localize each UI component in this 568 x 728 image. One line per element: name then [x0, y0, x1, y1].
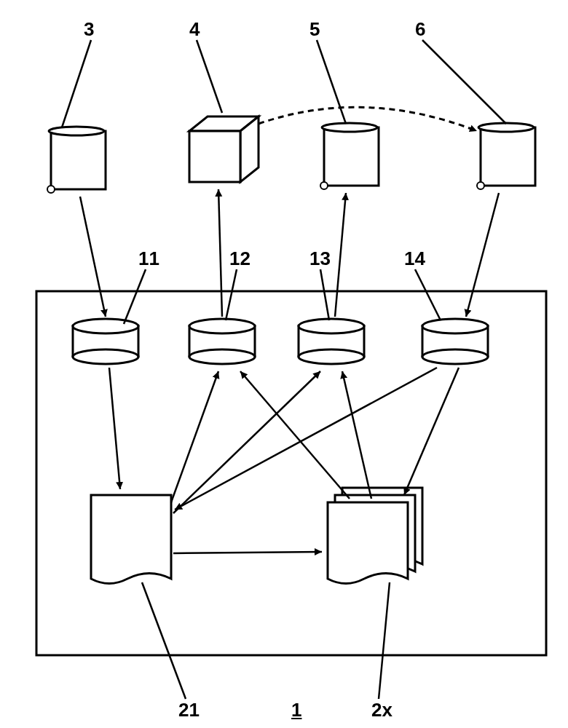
- svg-point-15: [189, 319, 255, 333]
- pointer-21: [142, 582, 186, 699]
- pointer-14: [415, 269, 441, 320]
- process-2x: [328, 488, 422, 584]
- flow-21-2x: [173, 552, 322, 553]
- svg-point-14: [189, 349, 255, 364]
- flow-13-5: [335, 193, 346, 317]
- flow-12-4: [218, 189, 222, 317]
- flow-14-2x: [404, 368, 459, 495]
- svg-point-1: [49, 127, 104, 135]
- svg-rect-4: [324, 127, 379, 186]
- svg-point-11: [73, 349, 138, 364]
- label-5: 5: [309, 18, 320, 41]
- flow-3-11: [80, 197, 106, 317]
- pointer-2x: [379, 582, 390, 699]
- label-21: 21: [178, 699, 200, 721]
- diagram-container: 3 4 5 6 11 12 13 14 21 1 2x: [0, 0, 568, 728]
- label-12: 12: [229, 248, 251, 270]
- pointer-12: [226, 269, 237, 320]
- pointer-4: [197, 40, 222, 113]
- store-14: [422, 319, 488, 364]
- pointer-3: [62, 40, 91, 127]
- node-6: [477, 123, 535, 189]
- svg-point-9: [477, 182, 484, 189]
- store-13: [299, 319, 364, 364]
- pointer-5: [317, 40, 346, 124]
- svg-point-12: [73, 319, 138, 333]
- label-13: 13: [309, 248, 331, 270]
- label-3: 3: [84, 18, 94, 41]
- process-21: [91, 495, 171, 584]
- flow-2x-13: [342, 371, 371, 499]
- svg-point-18: [299, 319, 364, 333]
- flow-21-12: [171, 371, 218, 502]
- store-12: [189, 319, 255, 364]
- svg-point-8: [478, 123, 534, 132]
- svg-rect-7: [481, 127, 535, 186]
- pointer-11: [124, 269, 146, 324]
- svg-point-2: [47, 186, 55, 193]
- svg-point-20: [422, 349, 488, 364]
- svg-point-21: [422, 319, 488, 333]
- store-11: [73, 319, 138, 364]
- label-2x: 2x: [371, 699, 393, 721]
- label-6: 6: [415, 18, 425, 41]
- flow-6-14: [466, 193, 499, 317]
- pointer-13: [320, 269, 329, 320]
- svg-rect-0: [51, 131, 106, 189]
- svg-point-6: [320, 182, 328, 189]
- label-1: 1: [291, 699, 301, 721]
- flow-11-21: [109, 368, 120, 489]
- label-14: 14: [404, 248, 425, 270]
- label-11: 11: [138, 248, 159, 270]
- svg-rect-3: [189, 131, 240, 182]
- svg-point-17: [299, 349, 364, 364]
- label-4: 4: [189, 18, 200, 41]
- pointer-6: [422, 40, 506, 124]
- node-5: [320, 123, 379, 189]
- svg-point-5: [322, 123, 377, 132]
- node-3: [47, 127, 106, 193]
- diagram-svg: [0, 0, 568, 728]
- flow-2x-12: [240, 371, 350, 499]
- node-4: [189, 116, 259, 182]
